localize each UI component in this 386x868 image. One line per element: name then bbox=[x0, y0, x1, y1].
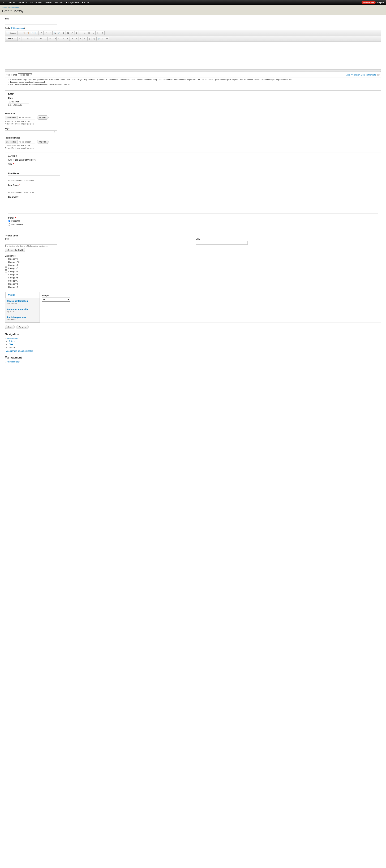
category-checkbox[interactable] bbox=[5, 258, 7, 260]
nav-administration[interactable]: Administration bbox=[7, 361, 20, 363]
redo-icon[interactable]: ↷ bbox=[48, 31, 52, 35]
link-icon[interactable]: 🔗 bbox=[97, 37, 101, 41]
undo-icon[interactable]: ↶ bbox=[44, 31, 48, 35]
editor-resize-handle[interactable] bbox=[5, 69, 381, 72]
author-title-input[interactable] bbox=[8, 166, 60, 170]
align-left-icon[interactable]: ≡ bbox=[70, 37, 74, 41]
save-button[interactable]: Save bbox=[5, 325, 15, 329]
unlink-icon[interactable]: ⊘ bbox=[101, 37, 105, 41]
search-cms-button[interactable]: Search the CMS bbox=[5, 248, 25, 252]
superscript-icon[interactable]: x² bbox=[39, 37, 43, 41]
title-input[interactable] bbox=[5, 21, 57, 25]
menu-content[interactable]: Content bbox=[6, 1, 16, 4]
italic-icon[interactable]: I bbox=[22, 37, 26, 41]
strike-icon[interactable]: S bbox=[30, 37, 34, 41]
status-published-radio[interactable] bbox=[8, 220, 10, 222]
ltr-icon[interactable]: ¶› bbox=[87, 37, 92, 41]
rtl-icon[interactable]: ‹¶ bbox=[92, 37, 96, 41]
format-select[interactable]: Format bbox=[6, 37, 17, 40]
vtab-revision[interactable]: Revision information No revision bbox=[5, 298, 39, 306]
source-button[interactable]: 📄 Source bbox=[6, 31, 17, 35]
status-unpublished-radio[interactable] bbox=[8, 223, 10, 226]
logout-link[interactable]: Log out bbox=[377, 1, 384, 4]
menu-appearance[interactable]: Appearance bbox=[29, 1, 43, 4]
nav-clean[interactable]: Clean bbox=[9, 343, 14, 346]
selectall-icon[interactable]: ▦ bbox=[61, 31, 66, 35]
copy-icon[interactable]: 📋 bbox=[22, 31, 26, 35]
menu-configuration[interactable]: Configuration bbox=[65, 1, 80, 4]
editor-body[interactable] bbox=[5, 42, 381, 69]
tags-input[interactable] bbox=[5, 130, 57, 134]
hr-icon[interactable]: — bbox=[79, 31, 83, 35]
numberedlist-icon[interactable]: ≡ bbox=[48, 37, 52, 41]
date-input[interactable] bbox=[8, 100, 29, 103]
specialchar-icon[interactable]: Ω bbox=[87, 31, 91, 35]
flash-icon[interactable]: ◐ bbox=[70, 31, 75, 35]
vtab-weight[interactable]: Weight bbox=[5, 292, 39, 298]
breadcrumb-add-content[interactable]: Add content bbox=[9, 7, 20, 9]
outdent-icon[interactable]: ⇤ bbox=[57, 37, 61, 41]
home-icon[interactable]: ⌂ bbox=[2, 1, 6, 4]
author-firstname-input[interactable] bbox=[8, 175, 60, 179]
align-right-icon[interactable]: ≡ bbox=[78, 37, 83, 41]
image-icon[interactable]: 🖼 bbox=[66, 31, 70, 35]
menu-people[interactable]: People bbox=[43, 1, 53, 4]
nav-masquerade[interactable]: Masquerade as authenticated bbox=[5, 350, 33, 352]
indent-icon[interactable]: ⇥ bbox=[61, 37, 65, 41]
user-badge[interactable]: Hello admin bbox=[361, 1, 376, 4]
category-checkbox[interactable] bbox=[5, 271, 7, 273]
spellcheck-icon[interactable]: ᴬᴮ bbox=[39, 31, 43, 35]
featured-file-input[interactable]: Choose File No file chosen bbox=[5, 140, 35, 144]
featured-upload-button[interactable]: Upload bbox=[37, 140, 48, 144]
nav-author[interactable]: Author bbox=[9, 340, 15, 342]
category-checkbox[interactable] bbox=[5, 280, 7, 282]
text-format-select[interactable]: Filtered Text bbox=[18, 73, 32, 76]
align-justify-icon[interactable]: ≡ bbox=[83, 37, 87, 41]
category-checkbox[interactable] bbox=[5, 264, 7, 267]
showblocks-icon[interactable]: ▥ bbox=[100, 31, 104, 35]
align-center-icon[interactable]: ≡ bbox=[74, 37, 78, 41]
bulletlist-icon[interactable]: ⋮≡ bbox=[52, 37, 56, 41]
category-checkbox[interactable] bbox=[5, 286, 7, 288]
menu-modules[interactable]: Modules bbox=[53, 1, 65, 4]
weight-select[interactable]: 0 bbox=[42, 298, 70, 302]
anchor-icon[interactable]: ⚑ bbox=[105, 37, 109, 41]
vtab-publishing[interactable]: Publishing options Published bbox=[5, 314, 39, 322]
text-format-help-link[interactable]: More information about text formats bbox=[346, 74, 376, 76]
management-heading: Management bbox=[5, 356, 381, 359]
menu-structure[interactable]: Structure bbox=[16, 1, 29, 4]
related-title-input[interactable] bbox=[5, 241, 57, 245]
edit-summary-link[interactable]: Edit summary bbox=[11, 27, 24, 29]
biography-textarea[interactable] bbox=[8, 199, 378, 214]
subscript-icon[interactable]: x₂ bbox=[35, 37, 39, 41]
removeformat-icon[interactable]: Iₓ bbox=[43, 37, 47, 41]
category-checkbox[interactable] bbox=[5, 261, 7, 264]
category-checkbox[interactable] bbox=[5, 267, 7, 270]
breadcrumb-home[interactable]: Home bbox=[2, 7, 7, 9]
paste-word-icon[interactable]: 📄 bbox=[34, 31, 38, 35]
author-lastname-input[interactable] bbox=[8, 187, 60, 191]
category-checkbox[interactable] bbox=[5, 274, 7, 276]
cut-icon[interactable]: ✂ bbox=[18, 31, 22, 35]
help-icon[interactable]: ? bbox=[377, 73, 380, 76]
blockquote-icon[interactable]: ❝ bbox=[65, 37, 70, 41]
replace-icon[interactable]: 🔄 bbox=[57, 31, 61, 35]
vtab-authoring[interactable]: Authoring information By admin bbox=[5, 306, 39, 314]
smiley-icon[interactable]: ☺ bbox=[83, 31, 87, 35]
paste-icon[interactable]: 📋 bbox=[26, 31, 30, 35]
related-url-input[interactable] bbox=[196, 241, 248, 245]
paste-text-icon[interactable]: 📄 bbox=[30, 31, 34, 35]
thumbnail-file-input[interactable]: Choose File No file chosen bbox=[5, 116, 35, 119]
table-icon[interactable]: ▦ bbox=[75, 31, 79, 35]
category-checkbox[interactable] bbox=[5, 277, 7, 279]
maximize-icon[interactable]: ⛶ bbox=[96, 31, 100, 35]
nav-add-content[interactable]: Add content bbox=[7, 337, 18, 340]
underline-icon[interactable]: U bbox=[26, 37, 30, 41]
thumbnail-upload-button[interactable]: Upload bbox=[37, 116, 48, 120]
iframe-icon[interactable]: ▭ bbox=[91, 31, 95, 35]
find-icon[interactable]: 🔍 bbox=[53, 31, 57, 35]
menu-reports[interactable]: Reports bbox=[80, 1, 91, 4]
preview-button[interactable]: Preview bbox=[16, 325, 29, 329]
bold-icon[interactable]: B bbox=[17, 37, 22, 41]
category-checkbox[interactable] bbox=[5, 283, 7, 285]
